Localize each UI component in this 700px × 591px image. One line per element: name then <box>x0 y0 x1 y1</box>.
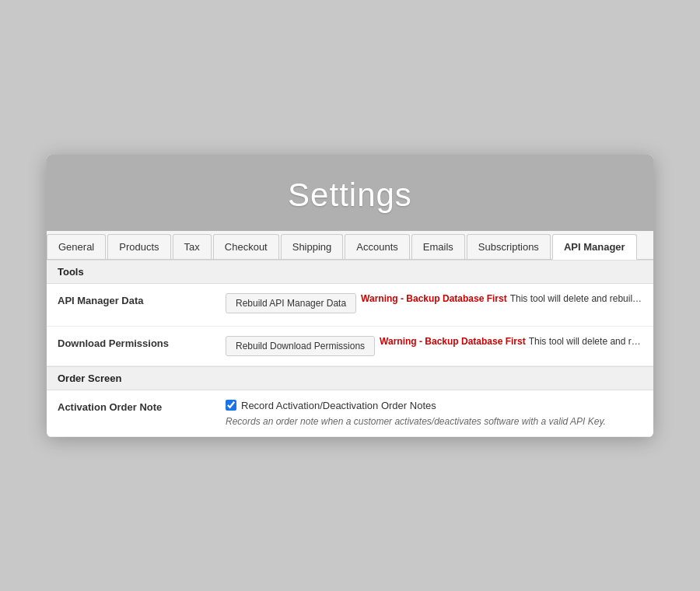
settings-window: Settings General Products Tax Checkout S… <box>47 155 653 437</box>
rebuild-download-permissions-button[interactable]: Rebuild Download Permissions <box>226 336 375 356</box>
download-permissions-value: Rebuild Download Permissions Warning - B… <box>218 326 653 365</box>
tabs-bar: General Products Tax Checkout Shipping A… <box>47 231 653 260</box>
activation-order-note-row: Activation Order Note Record Activation/… <box>47 390 653 437</box>
tab-accounts[interactable]: Accounts <box>345 234 409 259</box>
download-permissions-row: Download Permissions Rebuild Download Pe… <box>47 326 653 365</box>
title-bar: Settings <box>47 155 653 231</box>
api-manager-data-value: Rebuild API Manager Data Warning - Backu… <box>218 284 653 327</box>
tab-products[interactable]: Products <box>107 234 170 259</box>
page-title: Settings <box>62 177 638 214</box>
tab-api-manager[interactable]: API Manager <box>552 234 637 260</box>
order-screen-table: Activation Order Note Record Activation/… <box>47 390 653 437</box>
activation-order-note-label: Activation Order Note <box>47 390 218 437</box>
activation-order-note-checkbox[interactable] <box>226 400 236 411</box>
tab-shipping[interactable]: Shipping <box>281 234 344 259</box>
tab-general[interactable]: General <box>47 234 106 259</box>
tab-subscriptions[interactable]: Subscriptions <box>467 234 551 259</box>
checkbox-row: Record Activation/Deactivation Order Not… <box>226 400 642 411</box>
tab-tax[interactable]: Tax <box>173 234 212 259</box>
activation-order-description: Records an order note when a customer ac… <box>226 416 642 427</box>
tools-section-header: Tools <box>47 260 653 284</box>
rebuild-api-manager-button[interactable]: Rebuild API Manager Data <box>226 293 356 313</box>
api-manager-warning: Warning - Backup Database First <box>361 293 507 304</box>
api-manager-data-row: API Manager Data Rebuild API Manager Dat… <box>47 284 653 327</box>
download-permissions-info: This tool will delete and rebu Downloada… <box>529 336 642 347</box>
api-manager-info: This tool will delete and rebuild all AP… <box>510 293 642 304</box>
tab-checkout[interactable]: Checkout <box>213 234 279 259</box>
tab-emails[interactable]: Emails <box>411 234 465 259</box>
download-permissions-label: Download Permissions <box>47 326 218 365</box>
tools-table: API Manager Data Rebuild API Manager Dat… <box>47 284 653 366</box>
order-screen-section-header: Order Screen <box>47 366 653 390</box>
content-area: Tools API Manager Data Rebuild API Manag… <box>47 260 653 437</box>
checkbox-label: Record Activation/Deactivation Order Not… <box>241 400 436 411</box>
download-permissions-warning: Warning - Backup Database First <box>380 336 526 347</box>
activation-order-note-value: Record Activation/Deactivation Order Not… <box>218 390 653 437</box>
api-manager-data-label: API Manager Data <box>47 284 218 327</box>
